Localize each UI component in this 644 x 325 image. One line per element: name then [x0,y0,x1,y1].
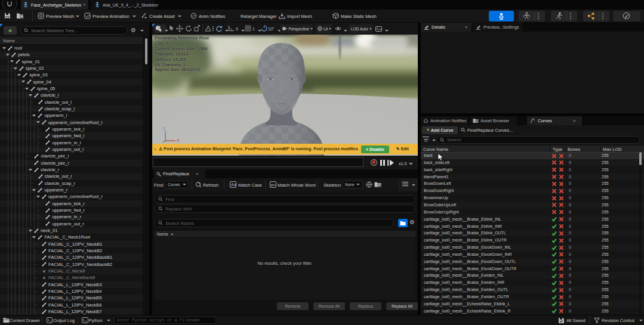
svg-text:abc: abc [270,183,276,187]
svg-text:X: X [177,138,180,143]
svg-text:Aa: Aa [231,182,236,187]
svg-text:Z: Z [163,126,165,131]
